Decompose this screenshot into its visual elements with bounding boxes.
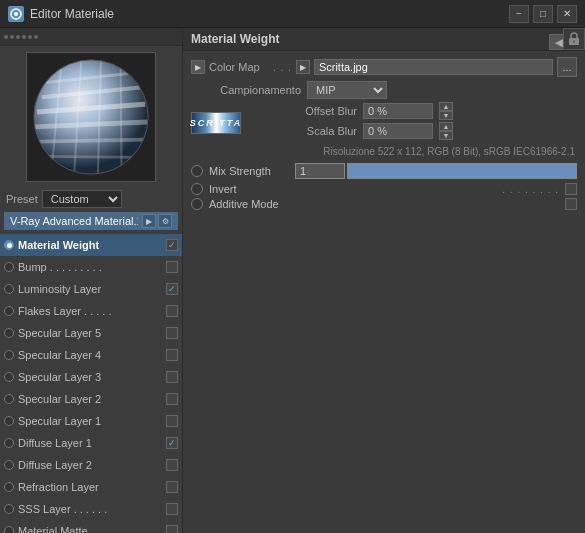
layer-check-bump[interactable]	[166, 261, 178, 273]
layer-radio-specular-layer-3	[4, 372, 14, 382]
layer-check-diffuse-layer-2[interactable]	[166, 459, 178, 471]
layer-radio-flakes-layer	[4, 306, 14, 316]
mix-strength-slider[interactable]	[347, 163, 577, 179]
settings-material-btn[interactable]: ⚙	[158, 214, 172, 228]
layer-check-refraction-layer[interactable]	[166, 481, 178, 493]
toolbar-strip	[0, 28, 182, 46]
toolbar-dot-2	[10, 35, 14, 39]
color-map-expand-btn[interactable]: ▶	[191, 60, 205, 74]
offset-blur-up[interactable]: ▲	[439, 102, 453, 111]
layer-check-specular-layer-5[interactable]	[166, 327, 178, 339]
layer-item-diffuse-layer-1[interactable]: Diffuse Layer 1✓	[0, 432, 182, 454]
layer-item-specular-layer-1[interactable]: Specular Layer 1	[0, 410, 182, 432]
scala-blur-spin: ▲ ▼	[439, 122, 453, 140]
layer-check-specular-layer-3[interactable]	[166, 371, 178, 383]
toolbar-dot-1	[4, 35, 8, 39]
color-map-browse-btn[interactable]: ...	[557, 57, 577, 77]
layer-check-sss-layer[interactable]	[166, 503, 178, 515]
layer-name-bump: Bump . . . . . . . . .	[18, 261, 162, 273]
layer-name-refraction-layer: Refraction Layer	[18, 481, 162, 493]
layer-item-material-weight[interactable]: Material Weight✓	[0, 234, 182, 256]
color-map-dots: . . .	[273, 62, 292, 73]
offset-blur-down[interactable]: ▼	[439, 111, 453, 120]
layer-item-flakes-layer[interactable]: Flakes Layer . . . . .	[0, 300, 182, 322]
scala-blur-input[interactable]: 0 %	[363, 123, 433, 139]
color-map-play-btn[interactable]: ▶	[296, 60, 310, 74]
offset-blur-input[interactable]: 0 %	[363, 103, 433, 119]
layer-check-specular-layer-4[interactable]	[166, 349, 178, 361]
app-icon	[8, 6, 24, 22]
layer-radio-diffuse-layer-1	[4, 438, 14, 448]
layer-check-material-weight[interactable]: ✓	[166, 239, 178, 251]
layer-item-specular-layer-4[interactable]: Specular Layer 4	[0, 344, 182, 366]
layer-item-bump[interactable]: Bump . . . . . . . . .	[0, 256, 182, 278]
layer-check-diffuse-layer-1[interactable]: ✓	[166, 437, 178, 449]
layer-check-specular-layer-1[interactable]	[166, 415, 178, 427]
texture-label: SCRITTA	[190, 118, 242, 128]
mix-strength-input[interactable]	[295, 163, 345, 179]
layer-item-diffuse-layer-2[interactable]: Diffuse Layer 2	[0, 454, 182, 476]
titlebar: Editor Materiale − □ ✕	[0, 0, 585, 28]
campionamento-row: Campionamento MIP Bilinear Bicubic None	[191, 81, 577, 99]
right-panel-header: Material Weight ◀	[183, 28, 585, 51]
svg-point-1	[14, 12, 18, 16]
main-container: Preset Custom V-Ray Advanced Material.1 …	[0, 28, 585, 533]
lock-icon-btn[interactable]	[563, 28, 585, 50]
additive-mode-checkbox[interactable]	[565, 198, 577, 210]
layer-check-specular-layer-2[interactable]	[166, 393, 178, 405]
maximize-button[interactable]: □	[533, 5, 553, 23]
color-map-file-input[interactable]: Scritta.jpg	[314, 59, 553, 75]
scala-blur-row: Scala Blur 0 % ▲ ▼	[247, 122, 577, 140]
campionamento-label: Campionamento	[191, 84, 301, 96]
color-map-row: ▶ Color Map . . . ▶ Scritta.jpg ...	[191, 57, 577, 77]
layer-item-specular-layer-3[interactable]: Specular Layer 3	[0, 366, 182, 388]
window-controls: − □ ✕	[509, 5, 577, 23]
layer-check-material-matte[interactable]	[166, 525, 178, 533]
window-title: Editor Materiale	[30, 7, 509, 21]
layer-item-specular-layer-2[interactable]: Specular Layer 2	[0, 388, 182, 410]
additive-mode-row: Additive Mode	[191, 198, 577, 210]
svg-line-9	[42, 156, 140, 157]
layer-item-material-matte[interactable]: Material Matte	[0, 520, 182, 533]
layer-list: Material Weight✓Bump . . . . . . . . .Lu…	[0, 232, 182, 533]
invert-radio[interactable]	[191, 183, 203, 195]
preset-dropdown[interactable]: Custom	[42, 190, 122, 208]
layer-radio-specular-layer-2	[4, 394, 14, 404]
material-name-text: V-Ray Advanced Material.1	[10, 215, 138, 227]
scala-blur-label: Scala Blur	[247, 125, 357, 137]
layer-item-refraction-layer[interactable]: Refraction Layer	[0, 476, 182, 498]
invert-dots: . . . . . . . .	[502, 184, 559, 195]
layer-check-luminosity-layer[interactable]: ✓	[166, 283, 178, 295]
invert-row: Invert . . . . . . . .	[191, 183, 577, 195]
close-button[interactable]: ✕	[557, 5, 577, 23]
layer-item-sss-layer[interactable]: SSS Layer . . . . . .	[0, 498, 182, 520]
invert-label: Invert	[209, 183, 496, 195]
layer-name-luminosity-layer: Luminosity Layer	[18, 283, 162, 295]
play-material-btn[interactable]: ▶	[142, 214, 156, 228]
lock-icon	[568, 32, 580, 46]
scala-blur-up[interactable]: ▲	[439, 122, 453, 131]
layer-item-luminosity-layer[interactable]: Luminosity Layer✓	[0, 278, 182, 300]
mix-strength-radio[interactable]	[191, 165, 203, 177]
offset-blur-row: Offset Blur 0 % ▲ ▼	[247, 102, 577, 120]
layer-name-specular-layer-5: Specular Layer 5	[18, 327, 162, 339]
additive-mode-label: Additive Mode	[209, 198, 559, 210]
campionamento-select[interactable]: MIP Bilinear Bicubic None	[307, 81, 387, 99]
layer-item-specular-layer-5[interactable]: Specular Layer 5	[0, 322, 182, 344]
layer-name-specular-layer-1: Specular Layer 1	[18, 415, 162, 427]
layer-radio-material-matte	[4, 526, 14, 533]
svg-line-13	[121, 63, 122, 171]
additive-mode-radio[interactable]	[191, 198, 203, 210]
resolution-text: Risoluzione 522 x 112, RGB (8 Bit), sRGB…	[191, 146, 577, 157]
layer-name-sss-layer: SSS Layer . . . . . .	[18, 503, 162, 515]
toolbar-dot-6	[34, 35, 38, 39]
layer-check-flakes-layer[interactable]	[166, 305, 178, 317]
color-map-label: Color Map	[209, 61, 269, 73]
layer-name-diffuse-layer-2: Diffuse Layer 2	[18, 459, 162, 471]
minimize-button[interactable]: −	[509, 5, 529, 23]
invert-checkbox[interactable]	[565, 183, 577, 195]
layer-radio-luminosity-layer	[4, 284, 14, 294]
right-content: ▶ Color Map . . . ▶ Scritta.jpg ... Camp…	[183, 51, 585, 533]
scala-blur-down[interactable]: ▼	[439, 131, 453, 140]
texture-spacer: Offset Blur 0 % ▲ ▼ Scala Blur 0 % ▲	[247, 102, 577, 143]
